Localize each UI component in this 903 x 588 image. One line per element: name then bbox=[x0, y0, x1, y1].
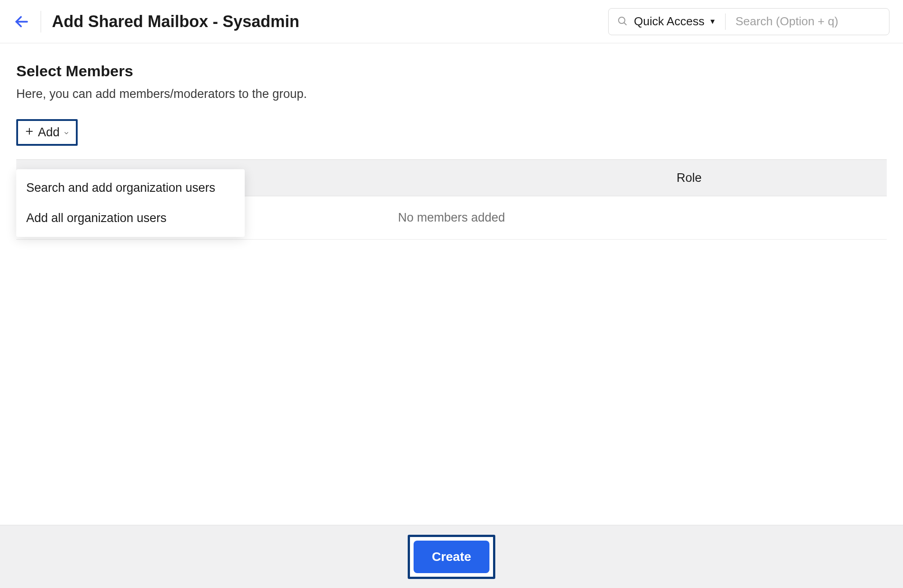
section-title: Select Members bbox=[16, 62, 887, 80]
header-right: Quick Access ▼ bbox=[608, 8, 889, 35]
plus-icon bbox=[24, 125, 34, 139]
create-button-highlight: Create bbox=[408, 535, 495, 579]
empty-state-text: No members added bbox=[398, 211, 505, 225]
search-container: Quick Access ▼ bbox=[608, 8, 889, 35]
chevron-down-icon bbox=[63, 125, 70, 139]
add-button-highlight: Add bbox=[16, 119, 78, 146]
add-button-label: Add bbox=[38, 125, 60, 139]
create-button[interactable]: Create bbox=[414, 541, 489, 573]
add-button[interactable]: Add bbox=[18, 121, 76, 144]
search-input[interactable] bbox=[727, 14, 881, 28]
header-left: Add Shared Mailbox - Sysadmin bbox=[14, 11, 299, 32]
dropdown-item-add-all[interactable]: Add all organization users bbox=[16, 203, 245, 233]
page-header: Add Shared Mailbox - Sysadmin Quick Acce… bbox=[0, 0, 903, 43]
add-dropdown-menu: Search and add organization users Add al… bbox=[16, 169, 245, 237]
header-divider bbox=[41, 11, 41, 32]
caret-down-icon: ▼ bbox=[709, 18, 716, 26]
search-icon bbox=[617, 15, 628, 28]
search-divider bbox=[725, 14, 726, 30]
page-footer: Create bbox=[0, 525, 903, 588]
quick-access-dropdown[interactable]: Quick Access ▼ bbox=[634, 14, 725, 28]
back-arrow-icon[interactable] bbox=[14, 14, 30, 30]
column-header-role: Role bbox=[676, 171, 702, 185]
quick-access-label: Quick Access bbox=[634, 14, 704, 28]
page-title: Add Shared Mailbox - Sysadmin bbox=[52, 12, 299, 31]
section-description: Here, you can add members/moderators to … bbox=[16, 87, 887, 101]
dropdown-item-search-add[interactable]: Search and add organization users bbox=[16, 173, 245, 203]
svg-line-2 bbox=[624, 23, 627, 25]
